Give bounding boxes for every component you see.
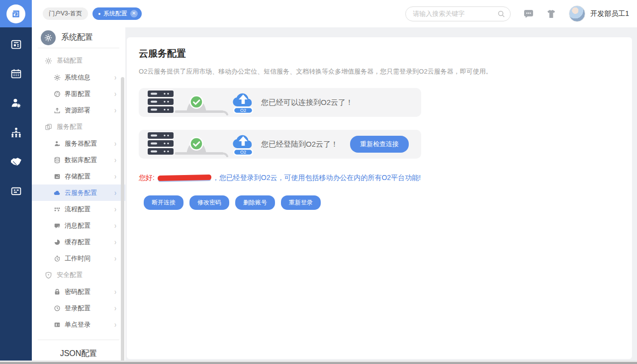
- horizontal-scrollbar-thumb[interactable]: [0, 362, 637, 364]
- username-label[interactable]: 开发部员工1: [590, 9, 629, 18]
- chevron-right-icon: ›: [114, 287, 116, 296]
- gear-icon: [41, 30, 56, 45]
- tab-portal-home[interactable]: 门户V3-首页: [43, 7, 88, 20]
- logo-spiral-icon: [6, 4, 25, 23]
- top-header: 门户V3-首页 系统配置 ✕ 开发部员工1: [32, 0, 637, 27]
- sidebar-item-resource-deploy[interactable]: 资源部署›: [32, 102, 125, 118]
- handshake-icon: [10, 156, 22, 170]
- cache-pie-icon: [54, 239, 61, 246]
- disconnect-button[interactable]: 断开连接: [144, 195, 183, 210]
- palette-icon: [54, 91, 61, 97]
- horizontal-scrollbar-track[interactable]: [0, 361, 637, 364]
- sidebar-item-ui-config[interactable]: 界面配置›: [32, 86, 125, 102]
- server-user-icon: [54, 140, 61, 147]
- tab-system-config[interactable]: 系统配置 ✕: [92, 7, 142, 20]
- item-label: 密码配置: [65, 287, 91, 296]
- sidebar-scrollbar[interactable]: [121, 77, 124, 364]
- search-input[interactable]: [405, 6, 511, 21]
- item-label: 单点登录: [65, 320, 91, 329]
- item-label: 云服务配置: [65, 188, 97, 197]
- rail-item-user-settings[interactable]: [6, 97, 26, 111]
- delete-account-button[interactable]: 删除账号: [235, 195, 275, 210]
- sidebar-item-database-config[interactable]: 数据库配置›: [32, 152, 125, 168]
- sidebar-item-sso[interactable]: 单点登录›: [32, 316, 125, 333]
- chevron-right-icon: ›: [114, 188, 116, 197]
- global-search: [405, 6, 511, 21]
- config-menu: 基础配置 系统信息› 界面配置› 资源部署› 服务配置 服务器配置› 数据库配置…: [32, 48, 125, 333]
- tab-label: 系统配置: [103, 9, 127, 18]
- config-sidebar: 系统配置 基础配置 系统信息› 界面配置› 资源部署› 服务配置 服务器配置›: [32, 27, 125, 364]
- sidebar-item-work-time[interactable]: 工作时间›: [32, 250, 125, 267]
- portal-icon: [10, 38, 22, 53]
- rail-item-org-chart[interactable]: [6, 126, 26, 140]
- storage-icon: [54, 173, 61, 180]
- relogin-button[interactable]: 重新登录: [281, 195, 321, 210]
- page-description: O2云服务提供了应用市场、移动办公定位、短信服务、文档转换等众多增值服务器，您只…: [139, 67, 620, 76]
- org-chart-icon: [10, 126, 22, 141]
- login-greeting: 您好: ，您已经登录到O2云，可使用包括移动办公在内的所有O2平台功能!: [139, 174, 620, 182]
- chevron-right-icon: ›: [114, 139, 116, 148]
- chevron-right-icon: ›: [114, 237, 116, 247]
- item-label: 缓存配置: [65, 238, 91, 247]
- sidebar-item-message-config[interactable]: 消息配置›: [32, 217, 125, 234]
- database-icon: [54, 157, 61, 164]
- rail-item-handshake[interactable]: [6, 156, 26, 170]
- login-status-card: O2 您已经登陆到O2云了！ 重新检查连接: [139, 130, 421, 159]
- svg-text:O2: O2: [240, 108, 246, 113]
- rail-item-apps[interactable]: [6, 185, 26, 199]
- o2-cloud-icon: O2: [231, 130, 255, 158]
- server-icon: [148, 132, 174, 155]
- sidebar-item-cache-config[interactable]: 缓存配置›: [32, 234, 125, 250]
- rail-item-portal[interactable]: [6, 38, 26, 52]
- chevron-right-icon: ›: [114, 89, 116, 98]
- sidebar-item-password-config[interactable]: 密码配置›: [32, 283, 125, 300]
- item-label: 界面配置: [65, 90, 91, 98]
- change-password-button[interactable]: 修改密码: [189, 195, 229, 210]
- item-label: 数据库配置: [65, 156, 97, 165]
- app-rail: [0, 0, 32, 364]
- greeting-prefix: 您好:: [139, 174, 157, 182]
- section-label: 服务配置: [57, 122, 83, 131]
- gear-icon: [54, 74, 61, 81]
- login-clock-icon: [54, 305, 61, 312]
- sidebar-item-system-info[interactable]: 系统信息›: [32, 69, 125, 86]
- check-circle-icon: [190, 96, 203, 108]
- greeting-message: ，您已经登录到O2云，可使用包括移动办公在内的所有O2平台功能!: [212, 174, 421, 182]
- item-label: 存储配置: [65, 172, 91, 181]
- lock-icon: [54, 288, 61, 295]
- theme-shirt-icon[interactable]: [546, 9, 556, 18]
- close-tab-icon[interactable]: ✕: [130, 10, 138, 17]
- item-label: 流程配置: [65, 205, 91, 214]
- sidebar-item-workflow-config[interactable]: 流程配置›: [32, 201, 125, 217]
- cloud-service-panel: 云服务配置 O2云服务提供了应用市场、移动办公定位、短信服务、文档转换等众多增值…: [127, 37, 632, 359]
- section-label: 安全配置: [57, 271, 83, 279]
- apps-icon: [10, 185, 22, 199]
- server-link-graphic: [148, 90, 231, 115]
- recheck-connection-button[interactable]: 重新检查连接: [350, 136, 409, 153]
- section-basic-config: 基础配置: [32, 52, 125, 69]
- app-logo[interactable]: [0, 0, 32, 27]
- sidebar-item-cloud-config[interactable]: 云服务配置›: [32, 184, 125, 201]
- item-label: 服务器配置: [65, 139, 97, 148]
- message-icon[interactable]: [524, 9, 534, 18]
- chevron-right-icon: ›: [114, 254, 116, 263]
- chevron-right-icon: ›: [114, 73, 116, 82]
- chevron-right-icon: ›: [114, 105, 116, 115]
- sidebar-item-server-config[interactable]: 服务器配置›: [32, 135, 125, 152]
- deploy-icon: [54, 107, 61, 114]
- user-avatar[interactable]: [569, 5, 585, 22]
- item-label: 资源部署: [65, 106, 91, 115]
- services-icon: [45, 123, 52, 131]
- chevron-right-icon: ›: [114, 172, 116, 181]
- sidebar-item-login-config[interactable]: 登录配置›: [32, 300, 125, 316]
- search-icon[interactable]: [497, 10, 505, 20]
- sidebar-item-storage-config[interactable]: 存储配置›: [32, 168, 125, 184]
- sidebar-header: 系统配置: [38, 27, 119, 48]
- section-security-config: 安全配置: [32, 267, 125, 283]
- server-icon: [148, 91, 174, 113]
- workflow-icon: [54, 206, 61, 213]
- svg-text:O2: O2: [240, 150, 246, 155]
- rail-item-calendar[interactable]: [6, 68, 26, 82]
- connection-status-text: 您已经可以连接到O2云了！: [261, 98, 353, 107]
- shield-icon: [45, 272, 52, 279]
